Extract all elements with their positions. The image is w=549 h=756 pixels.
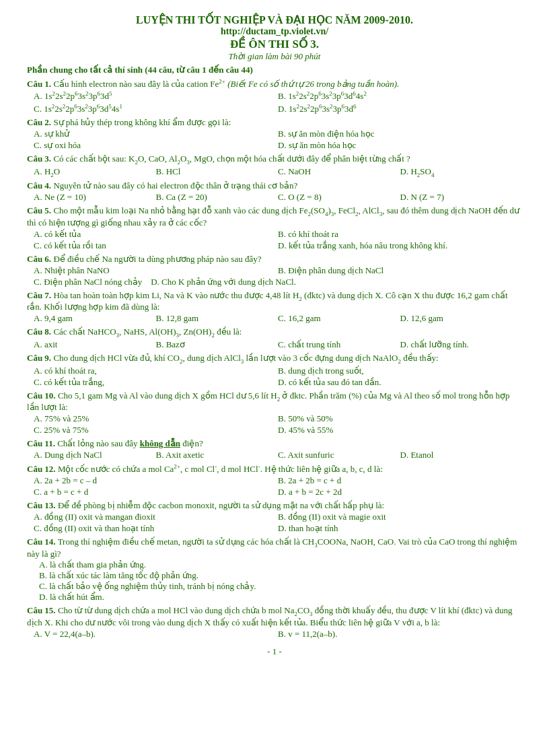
question-2: Câu 2. Sự phá hủy thép trong không khí ẩ… xyxy=(27,117,522,151)
question-3: Câu 3. Có các chất bột sau: K2O, CaO, Al… xyxy=(27,153,522,178)
title-block: LUYỆN THI TỐT NGHIỆP VÀ ĐẠI HỌC NĂM 2009… xyxy=(27,13,522,62)
question-13: Câu 13. Để đề phòng bị nhiễm độc cacbon … xyxy=(27,500,522,534)
question-1: Câu 1. Cấu hình electron nào sau đây là … xyxy=(27,78,522,114)
title-main: LUYỆN THI TỐT NGHIỆP VÀ ĐẠI HỌC NĂM 2009… xyxy=(27,13,522,26)
question-6: Câu 6. Để điều chế Na người ta dùng phươ… xyxy=(27,254,522,287)
question-4: Câu 4. Nguyên tử nào sau đây có hai elec… xyxy=(27,180,522,203)
title-url: http://ductam_tp.violet.vn/ xyxy=(27,26,522,37)
question-12: Câu 12. Một cốc nước có chứa a mol Ca2+,… xyxy=(27,463,522,497)
question-10: Câu 10. Cho 5,1 gam Mg và Al vào dung dị… xyxy=(27,390,522,436)
title-time: Thời gian làm bài 90 phút xyxy=(27,51,522,62)
page: LUYỆN THI TỐT NGHIỆP VÀ ĐẠI HỌC NĂM 2009… xyxy=(27,13,522,657)
title-exam: ĐỀ ÔN THI SỐ 3. xyxy=(27,37,522,51)
question-8: Câu 8. Các chất NaHCO3, NaHS, Al(OH)3, Z… xyxy=(27,327,522,350)
question-9: Câu 9. Cho dung dịch HCl vừa đủ, khí CO2… xyxy=(27,353,522,388)
question-15: Câu 15. Cho từ từ dung dịch chứa a mol H… xyxy=(27,605,522,640)
page-number: - 1 - xyxy=(27,646,522,657)
question-5: Câu 5. Cho một mẫu kim loại Na nhỏ bằng … xyxy=(27,205,522,251)
section-header: Phần chung cho tất cả thí sinh (44 câu, … xyxy=(27,65,522,75)
question-11: Câu 11. Chất lỏng nào sau đây không dẫn … xyxy=(27,438,522,460)
question-7: Câu 7. Hòa tan hoàn toàn hợp kim Li, Na … xyxy=(27,290,522,324)
question-14: Câu 14. Trong thí nghiệm điều chế metan,… xyxy=(27,537,522,603)
